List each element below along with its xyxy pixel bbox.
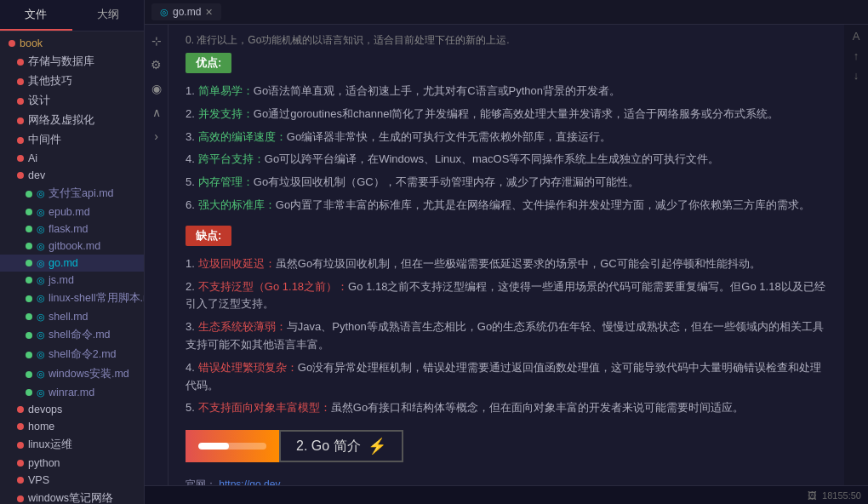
list-item: 6.强大的标准库：Go内置了非常丰富的标准库，尤其是在网络编程、文件操作和并发处…	[186, 194, 827, 217]
chevron-down-icon[interactable]: ›	[151, 127, 161, 146]
tree-item[interactable]: ◎shell.md	[0, 308, 144, 325]
tree-item[interactable]: 存储与数据库	[0, 52, 144, 72]
tab-files[interactable]: 文件	[0, 0, 72, 31]
left-toolbar: ⊹ ⚙ ◉ ∧ ›	[145, 25, 168, 485]
disadvantages-list: 1.垃圾回收延迟：虽然Go有垃圾回收机制，但在一些极端需要低延迟要求的场景中，G…	[186, 253, 827, 420]
tree-item[interactable]: book	[0, 35, 144, 52]
tree-dot	[17, 78, 24, 85]
bottom-info: 官网： https://go.dev 文档： https://go.dev/do…	[186, 476, 827, 485]
tree-item[interactable]: dev	[0, 167, 144, 184]
tree-item-label: python	[28, 457, 60, 469]
tree-item[interactable]: python	[0, 455, 144, 472]
list-item: 4.错误处理繁琐复杂：Go没有异常处理框机制，错误处理需要通过返回值函数处理值，…	[186, 357, 827, 398]
tree-dot	[26, 209, 32, 215]
tree-item-label: 支付宝api.md	[49, 186, 114, 201]
tree-item-label: shell命令.md	[49, 328, 111, 342]
tree-item[interactable]: ◎linux-shell常用脚本.md	[0, 289, 144, 308]
tree-item[interactable]: ◎gitbook.md	[0, 238, 144, 255]
open-tab[interactable]: ◎ go.md ✕	[151, 3, 221, 20]
tree-item[interactable]: ◎winrar.md	[0, 384, 144, 401]
md-icon: ◎	[37, 293, 45, 304]
tree-item[interactable]: ◎go.md	[0, 255, 144, 272]
tab-filename: go.md	[173, 6, 201, 18]
tree-item-label: 中间件	[28, 133, 61, 147]
move-icon[interactable]: ⊹	[149, 32, 164, 50]
tree-dot	[17, 406, 24, 413]
status-position: 18155:50	[822, 490, 861, 501]
tree-item-label: 存储与数据库	[28, 54, 94, 69]
tree-item[interactable]: home	[0, 418, 144, 435]
md-icon: ◎	[37, 224, 45, 235]
prev-section-text: 0. 准行以上，Go功能机械的以语言知识，适合目前处理下任的新的上运.	[186, 33, 827, 48]
tree-item[interactable]: 网络及虚拟化	[0, 111, 144, 130]
tree-item[interactable]: 其他技巧	[0, 72, 144, 91]
tree-item[interactable]: ◎支付宝api.md	[0, 184, 144, 203]
tree-item[interactable]: ◎windows安装.md	[0, 364, 144, 384]
tree-item[interactable]: ◎epub.md	[0, 203, 144, 220]
website-link[interactable]: https://go.dev	[219, 478, 280, 485]
top-icon[interactable]: A	[851, 28, 862, 44]
progress-section: 2. Go 简介 ⚡	[186, 430, 827, 462]
eye-icon[interactable]: ◉	[149, 79, 164, 98]
tree-item[interactable]: 设计	[0, 91, 144, 111]
tree-dot	[17, 155, 24, 162]
tree-item[interactable]: ◎shell命令2.md	[0, 345, 144, 364]
tree-item[interactable]: ◎shell命令.md	[0, 325, 144, 345]
main-panel: ◎ go.md ✕ ⊹ ⚙ ◉ ∧ › 0. 准行以上，Go功能机械的以语言知识…	[145, 0, 868, 504]
tree-item-label: gitbook.md	[49, 240, 100, 252]
right-panel: A ↑ ↓	[844, 25, 868, 485]
settings-icon[interactable]: ⚙	[148, 55, 164, 74]
tree-item[interactable]: 中间件	[0, 130, 144, 150]
tree-item[interactable]: Ai	[0, 150, 144, 167]
statusbar-icons: 🖼 18155:50	[808, 490, 861, 501]
tab-md-icon: ◎	[160, 7, 168, 18]
md-icon: ◎	[37, 258, 45, 269]
md-icon: ◎	[37, 188, 45, 199]
tree-dot	[17, 460, 24, 467]
tree-item-label: home	[28, 421, 54, 432]
chevron-up-icon[interactable]: ∧	[150, 103, 163, 122]
list-item: 1.简单易学：Go语法简单直观，适合初速上手，尤其对有C语言或Python背景的…	[186, 80, 827, 103]
tree-dot	[26, 243, 32, 249]
tree-item-label: flask.md	[49, 223, 89, 235]
md-icon: ◎	[37, 329, 45, 341]
tree-item-label: winrar.md	[49, 387, 94, 398]
tree-item-label: 网络及虚拟化	[28, 113, 94, 128]
tree-item-label: windows安装.md	[49, 367, 129, 381]
advantages-label: 优点:	[186, 53, 231, 73]
tree-item[interactable]: windows笔记网络	[0, 489, 144, 504]
list-item: 5.内存管理：Go有垃圾回收机制（GC），不需要手动管理内存，减少了内存泄漏的可…	[186, 171, 827, 194]
tree-item-label: dev	[28, 169, 45, 181]
down-scroll-icon[interactable]: ↓	[852, 67, 861, 83]
list-item: 5.不支持面向对象丰富模型：虽然Go有接口和结构体等概念，但在面向对象丰富的开发…	[186, 397, 827, 420]
tree-dot	[17, 117, 24, 124]
md-icon: ◎	[37, 387, 45, 398]
tree-item-label: linux-shell常用脚本.md	[49, 291, 144, 306]
tree-dot	[17, 137, 24, 144]
tree-item[interactable]: linux运维	[0, 435, 144, 455]
tab-close-button[interactable]: ✕	[205, 7, 213, 18]
tree-dot	[17, 423, 24, 430]
disadvantages-section: 缺点: 1.垃圾回收延迟：虽然Go有垃圾回收机制，但在一些极端需要低延迟要求的场…	[186, 226, 827, 420]
tree-dot	[26, 389, 32, 396]
md-icon: ◎	[37, 369, 45, 380]
tab-outline[interactable]: 大纲	[72, 0, 145, 31]
tree-item-label: shell.md	[49, 311, 89, 323]
progress-text: 2. Go 简介	[296, 438, 361, 455]
content-wrapper: ⊹ ⚙ ◉ ∧ › 0. 准行以上，Go功能机械的以语言知识，适合目前处理下任的…	[145, 25, 868, 485]
md-icon: ◎	[37, 349, 45, 360]
tree-item[interactable]: devops	[0, 401, 144, 418]
tree-item-label: windows笔记网络	[28, 491, 113, 504]
advantages-section: 优点: 1.简单易学：Go语法简单直观，适合初速上手，尤其对有C语言或Pytho…	[186, 53, 827, 217]
list-item: 2.不支持泛型（Go 1.18之前）：Go 1.18之前不支持泛型编程，这使得一…	[186, 276, 827, 317]
tree-item-label: 设计	[28, 94, 50, 108]
progress-arrow-icon: ⚡	[368, 437, 386, 455]
up-scroll-icon[interactable]: ↑	[852, 48, 861, 64]
tree-item[interactable]: ◎flask.md	[0, 220, 144, 238]
list-item: 3.高效的编译速度：Go编译器非常快，生成的可执行文件无需依赖外部库，直接运行。	[186, 126, 827, 149]
tree-item[interactable]: VPS	[0, 472, 144, 489]
md-icon: ◎	[37, 275, 45, 286]
list-item: 3.生态系统较薄弱：与Java、Python等成熟语言生态相比，Go的生态系统仍…	[186, 316, 827, 357]
tree-item[interactable]: ◎js.md	[0, 272, 144, 289]
tree-item-label: 其他技巧	[28, 74, 72, 89]
